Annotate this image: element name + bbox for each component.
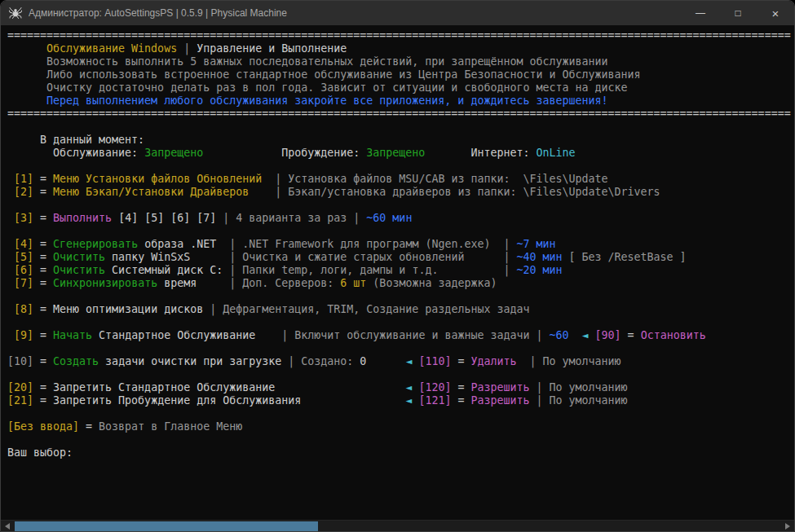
app-window: Администратор: AutoSettingsPS | 0.5.9 | … — [0, 0, 795, 532]
console-text-segment: образа .NET — [138, 238, 216, 250]
console-text-segment: В данный момент: — [7, 134, 144, 146]
console-text-segment: Запрещено — [366, 147, 425, 159]
console-text-segment: = — [33, 355, 53, 367]
console-text-segment: [20] — [7, 381, 33, 394]
console-text-segment: = — [621, 329, 641, 341]
console-line: [3] = Выполнить [4] [5] [6] [7] | 4 вари… — [7, 212, 794, 225]
console-line: Либо использовать встроенное стандартное… — [7, 68, 794, 81]
console-text-segment: 0 — [360, 355, 405, 367]
console-text-segment: = — [33, 329, 53, 341]
console-text-segment: Запрещено — [144, 147, 203, 159]
console-text-segment: ~60 мин — [366, 212, 412, 224]
console-text-segment: | Включит обслуживание и важные задачи | — [255, 329, 549, 341]
console-text-segment: | .NET Framework для программ (Ngen.exe)… — [216, 238, 516, 250]
console-text-segment: = — [33, 212, 53, 224]
console-line: [9] = Начать Стандартное Обслуживание | … — [7, 329, 794, 342]
maximize-icon: □ — [735, 8, 740, 18]
console-text-segment: ========================================… — [7, 29, 791, 42]
scrollbar-thumb[interactable] — [15, 521, 318, 531]
close-icon: × — [772, 7, 780, 20]
console-text-segment: ~60 — [550, 329, 569, 341]
console-line: В данный момент: — [7, 134, 794, 147]
console-line: ========================================… — [7, 29, 794, 42]
console-line — [7, 290, 794, 303]
console-line: [Без ввода] = Возврат в Главное Меню — [7, 420, 794, 433]
console-text-segment: [8] — [7, 303, 33, 315]
console-text-segment: задачи очистки при загрузке — [99, 355, 281, 367]
console-text-segment: [9] — [7, 329, 33, 341]
console-text-segment: = — [451, 381, 470, 394]
console-text-segment: Меню Установки файлов Обновлений — [53, 173, 262, 185]
console-text-segment: = — [33, 186, 53, 198]
console-line: Ваш выбор: — [7, 446, 794, 459]
console-text-segment: Остановить — [641, 329, 706, 341]
console-line: [2] = Меню Бэкап/Установки Драйверов | Б… — [7, 186, 794, 199]
close-button[interactable]: × — [757, 1, 794, 25]
console-line — [7, 160, 794, 173]
console-text-segment: Интернет: — [425, 147, 536, 159]
console-line — [7, 433, 794, 446]
console-text-segment: = — [79, 420, 99, 433]
scroll-left-button[interactable] — [1, 521, 14, 531]
console-text-segment: Выполнить — [53, 212, 112, 224]
console-text-segment: = — [33, 238, 53, 250]
console-text-segment: | 4 варианта за раз | — [216, 212, 366, 224]
minimize-button[interactable]: — — [682, 1, 719, 25]
console-text-segment: Очистку достаточно делать раз в пол года… — [7, 81, 628, 94]
console-text-segment: = — [33, 173, 53, 185]
console-text-segment: [2] — [7, 186, 33, 198]
console-text-segment: [4] — [7, 238, 33, 250]
console-text-segment: [7] — [7, 277, 33, 289]
console-text-segment: Создать — [53, 355, 99, 367]
console-text-segment: OnLine — [536, 147, 575, 159]
console-text-segment: Обслуживание Windows — [7, 42, 177, 55]
console-text-segment: = — [33, 251, 53, 263]
console-text-segment: Очистить — [53, 251, 105, 263]
maximize-button[interactable]: □ — [719, 1, 757, 25]
console-text-segment: [90] — [595, 329, 621, 341]
console-text-segment: [4] [5] [6] [7] — [112, 212, 216, 224]
console-line: Обслуживание: Запрещено Пробуждение: Зап… — [7, 147, 794, 160]
console-line — [7, 225, 794, 238]
console-text-segment: ~40 мин — [516, 251, 562, 263]
console-text-segment: Разрешить — [470, 394, 529, 407]
console-text-segment: Перед выполнением любого обслуживания за… — [7, 95, 608, 107]
console-text-segment: | — [177, 42, 197, 55]
console-text-segment: [ Без /ResetBase ] — [563, 251, 687, 263]
console-text-segment: | Очистка и сжатие старых обновлений | — [190, 251, 516, 263]
console-text-segment: | По умолчанию — [530, 381, 628, 394]
console-text-segment: ◄ — [582, 329, 589, 341]
console-text-segment: ~7 мин — [516, 238, 555, 250]
console-text-segment: Стандартное Обслуживание — [92, 329, 255, 341]
horizontal-scrollbar[interactable] — [1, 520, 794, 531]
console-text-segment: Возврат в Главное Меню — [99, 420, 242, 433]
console-text-segment: = — [451, 394, 470, 407]
console-text-segment: [Без ввода] — [7, 420, 79, 433]
console-text-segment: = Запретить Стандартное Обслуживание — [33, 381, 405, 394]
console-text-segment: = — [451, 355, 470, 367]
console-line: Возможность выполнить 5 важных последова… — [7, 55, 794, 68]
scroll-right-button[interactable] — [781, 521, 794, 531]
minimize-icon: — — [696, 8, 705, 18]
right-arrow-icon — [785, 523, 790, 530]
console-text-segment: время — [157, 277, 197, 289]
console-text-segment: Разрешить — [470, 381, 529, 394]
console-line: [6] = Очистить Системный диск C: | Папки… — [7, 264, 794, 277]
console-line: [10] = Создать задачи очистки при загруз… — [7, 355, 794, 368]
console-text-segment: = — [33, 264, 53, 276]
console-line — [7, 407, 794, 420]
console-line: [8] = Меню оптимизации дисков | Дефрагме… — [7, 303, 794, 316]
console-text-segment: Синхронизировать — [53, 277, 157, 289]
console-lines: ========================================… — [7, 29, 794, 459]
console-line: [7] = Синхронизировать время | Доп. Серв… — [7, 277, 794, 290]
console-text-segment: [120] — [418, 381, 451, 394]
console-text-segment: 6 шт — [340, 277, 366, 289]
console-line — [7, 199, 794, 212]
console-text-segment — [589, 329, 595, 341]
console-text-segment: [21] — [7, 394, 33, 407]
console-text-segment: Меню Бэкап/Установки Драйверов — [53, 186, 249, 198]
console-line — [7, 342, 794, 355]
console-text-segment: | Доп. Серверов: — [197, 277, 340, 289]
console-output[interactable]: ========================================… — [1, 25, 794, 520]
console-text-segment: (Возможна задержка) — [366, 277, 497, 289]
